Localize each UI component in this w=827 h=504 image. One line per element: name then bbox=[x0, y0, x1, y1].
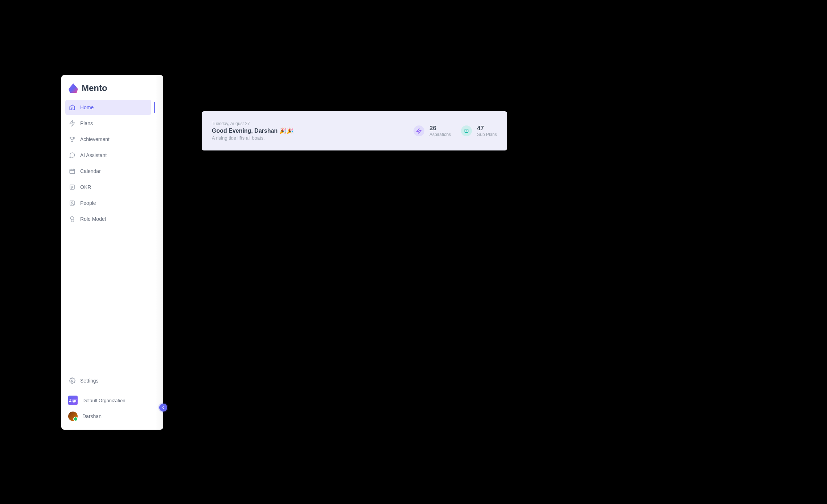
org-name: Default Organization bbox=[82, 398, 126, 403]
avatar bbox=[68, 412, 78, 421]
org-switcher[interactable]: Zigr Default Organization bbox=[65, 393, 151, 408]
sidebar-item-label: Plans bbox=[80, 120, 93, 126]
svg-point-6 bbox=[71, 380, 73, 382]
gear-icon bbox=[69, 377, 75, 384]
sidebar-item-calendar[interactable]: Calendar bbox=[65, 164, 151, 179]
svg-marker-7 bbox=[417, 128, 421, 133]
sidebar-item-label: Calendar bbox=[80, 168, 101, 174]
sidebar-item-plans[interactable]: Plans bbox=[65, 116, 151, 131]
svg-point-5 bbox=[71, 216, 74, 220]
svg-rect-1 bbox=[70, 169, 75, 174]
stat-label: Aspirations bbox=[429, 132, 451, 137]
quote-text: A rising tide lifts all boats. bbox=[212, 135, 403, 141]
zap-icon bbox=[414, 125, 424, 136]
sidebar-item-label: Achievement bbox=[80, 136, 110, 142]
org-logo: Zigr bbox=[68, 396, 78, 405]
calendar-icon bbox=[69, 168, 75, 174]
stat-aspirations: 26 Aspirations bbox=[414, 125, 451, 137]
app-logo-icon bbox=[69, 83, 78, 93]
sidebar-item-okr[interactable]: OKR bbox=[65, 179, 151, 195]
sidebar-item-home[interactable]: Home bbox=[65, 100, 151, 115]
sidebar-shadow bbox=[155, 75, 163, 430]
sidebar-item-achievement[interactable]: Achievement bbox=[65, 132, 151, 147]
user-icon bbox=[69, 200, 75, 206]
app-name: Mento bbox=[82, 83, 107, 93]
svg-point-4 bbox=[71, 202, 73, 203]
chat-icon bbox=[69, 152, 75, 158]
home-icon bbox=[69, 104, 75, 111]
sidebar: Mento Home Plans Achievement bbox=[61, 75, 163, 430]
sidebar-item-label: People bbox=[80, 200, 96, 206]
greeting-block: Tuesday, August 27 Good Evening, Darshan… bbox=[212, 121, 403, 141]
layers-icon bbox=[461, 125, 472, 136]
sidebar-item-settings[interactable]: Settings bbox=[65, 373, 151, 388]
svg-marker-0 bbox=[70, 121, 75, 126]
user-name: Darshan bbox=[82, 413, 102, 419]
nav-list: Home Plans Achievement AI Assistant bbox=[61, 100, 155, 227]
app-logo-section: Mento bbox=[61, 75, 155, 100]
stat-value: 47 bbox=[477, 125, 497, 132]
sidebar-item-ai-assistant[interactable]: AI Assistant bbox=[65, 148, 151, 163]
sidebar-item-label: Role Model bbox=[80, 216, 106, 222]
trophy-icon bbox=[69, 136, 75, 142]
user-menu[interactable]: Darshan bbox=[65, 408, 151, 425]
target-icon bbox=[69, 184, 75, 190]
sidebar-item-label: OKR bbox=[80, 184, 91, 190]
current-date: Tuesday, August 27 bbox=[212, 121, 403, 126]
zap-icon bbox=[69, 120, 75, 127]
sidebar-item-role-model[interactable]: Role Model bbox=[65, 211, 151, 227]
collapse-sidebar-button[interactable] bbox=[159, 404, 167, 412]
stat-label: Sub Plans bbox=[477, 132, 497, 137]
sidebar-item-label: AI Assistant bbox=[80, 152, 107, 158]
stat-sub-plans: 47 Sub Plans bbox=[461, 125, 497, 137]
chevron-left-icon bbox=[161, 405, 165, 410]
greeting-header: Tuesday, August 27 Good Evening, Darshan… bbox=[202, 111, 507, 150]
badge-icon bbox=[69, 216, 75, 222]
greeting-text: Good Evening, Darshan 🎉🎉 bbox=[212, 127, 403, 134]
sidebar-item-label: Home bbox=[80, 104, 94, 110]
stat-value: 26 bbox=[429, 125, 451, 132]
sidebar-item-people[interactable]: People bbox=[65, 195, 151, 211]
settings-label: Settings bbox=[80, 378, 99, 384]
